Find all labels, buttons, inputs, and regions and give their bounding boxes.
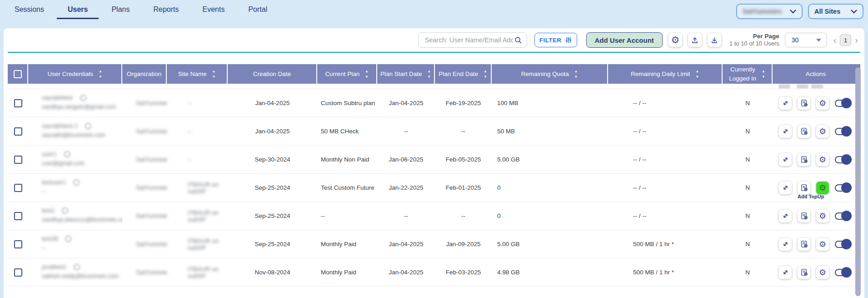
tab-plans[interactable]: Plans: [111, 5, 130, 19]
tab-users[interactable]: Users: [68, 5, 88, 19]
import-users-button[interactable]: [688, 33, 702, 47]
sort-arrows-icon[interactable]: ▲▼: [99, 70, 102, 79]
sort-arrows-icon[interactable]: ▲▼: [428, 70, 431, 79]
user-settings-button[interactable]: ⚙: [816, 266, 829, 279]
user-settings-button[interactable]: ⚙: [816, 125, 829, 138]
tab-reports[interactable]: Reports: [153, 5, 179, 19]
expand-user-button[interactable]: [779, 153, 792, 166]
expand-user-button[interactable]: [779, 210, 792, 222]
user-info-icon[interactable]: [73, 179, 80, 186]
column-header-remaining-quota[interactable]: Remaining Quota▲▼: [492, 64, 608, 84]
sort-arrows-icon[interactable]: ▲▼: [484, 70, 487, 79]
user-credentials-cell: testuser1--: [28, 174, 122, 202]
range-text: 1 to 10 of 10 Users: [729, 40, 779, 48]
partial-icon: [811, 84, 823, 89]
user-info-icon[interactable]: [65, 236, 71, 242]
plan-start-date-cell: Jan-22-2025: [377, 174, 435, 202]
column-header-site-name[interactable]: Site Name▲▼: [167, 64, 228, 84]
row-checkbox[interactable]: [14, 240, 22, 248]
row-checkbox[interactable]: [14, 127, 22, 136]
row-checkbox[interactable]: [14, 268, 22, 277]
sort-arrows-icon[interactable]: ▲▼: [696, 70, 699, 79]
enable-user-toggle[interactable]: [835, 269, 852, 276]
search-icon[interactable]: [514, 36, 522, 44]
export-users-button[interactable]: [708, 33, 721, 47]
expand-user-button[interactable]: [779, 266, 792, 279]
tab-events[interactable]: Events: [202, 5, 224, 19]
user-settings-button[interactable]: ⚙: [816, 238, 829, 251]
column-header-currently-logged-in[interactable]: CurrentlyLogged In▲▼: [723, 64, 773, 84]
user-info-icon[interactable]: [62, 207, 68, 214]
user-info-icon[interactable]: [85, 123, 91, 129]
column-label: Remaining Quota: [521, 70, 569, 79]
plan-end-date-cell: --: [435, 117, 492, 145]
site-name-cell: ITBAUR on subSP: [167, 258, 228, 286]
expand-user-button[interactable]: [779, 125, 792, 138]
sort-arrows-icon[interactable]: ▲▼: [365, 70, 368, 79]
row-checkbox[interactable]: [14, 184, 22, 192]
enable-user-toggle[interactable]: [835, 156, 852, 163]
pagination-info: Per Page 1 to 10 of 10 Users: [729, 32, 779, 48]
organization-dropdown[interactable]: SatYummies: [736, 4, 803, 19]
username-blurred: user1: [42, 151, 57, 157]
remaining-quota-cell: 5.00 GB: [492, 146, 608, 173]
row-checkbox[interactable]: [14, 156, 22, 164]
actions-cell: ⚙: [773, 117, 859, 145]
sort-arrows-icon[interactable]: ▲▼: [762, 70, 765, 79]
prev-page-button[interactable]: ‹: [833, 35, 838, 45]
table-settings-button[interactable]: ⚙: [668, 33, 682, 47]
per-page-value: 30: [792, 36, 799, 44]
expand-icon: [782, 100, 789, 106]
column-header-current-plan[interactable]: Current Plan▲▼: [317, 64, 377, 84]
user-plan-details-button[interactable]: [798, 182, 810, 194]
expand-user-button[interactable]: [779, 97, 792, 110]
enable-user-toggle[interactable]: [835, 128, 852, 135]
column-header-plan-end-date[interactable]: Plan End Date▲▼: [435, 64, 492, 84]
currently-logged-in-cell: N: [723, 258, 773, 286]
tab-portal[interactable]: Portal: [248, 5, 267, 19]
user-settings-button[interactable]: ⚙: [816, 210, 829, 222]
search-input[interactable]: [424, 36, 514, 44]
column-header-remaining-daily-limit[interactable]: Remaining Daily Limit▲▼: [608, 64, 723, 84]
current-page-indicator[interactable]: 1: [840, 34, 851, 46]
enable-user-toggle[interactable]: [835, 100, 852, 107]
expand-user-button[interactable]: [779, 238, 792, 251]
download-icon: [710, 36, 718, 44]
user-plan-details-button[interactable]: [798, 238, 810, 251]
add-topup-button[interactable]: ⚙: [816, 182, 829, 194]
user-plan-details-button[interactable]: [798, 210, 810, 222]
remaining-daily-limit-cell: -- / --: [608, 89, 723, 117]
expand-user-button[interactable]: [779, 182, 792, 194]
tab-sessions[interactable]: Sessions: [15, 5, 44, 19]
add-user-account-button[interactable]: Add User Account: [586, 32, 663, 48]
user-info-icon[interactable]: [74, 264, 80, 270]
select-all-checkbox[interactable]: [14, 70, 22, 78]
row-checkbox[interactable]: [14, 212, 22, 220]
enable-user-toggle[interactable]: [835, 241, 852, 248]
user-settings-button[interactable]: ⚙: [816, 97, 829, 110]
enable-user-toggle[interactable]: [835, 184, 852, 192]
column-label: Plan Start Date: [380, 70, 422, 79]
user-plan-details-button[interactable]: [798, 266, 810, 279]
sort-arrows-icon[interactable]: ▲▼: [212, 70, 215, 79]
plan-start-date-cell: --: [377, 202, 435, 230]
column-header-user-credentials[interactable]: User Credentials▲▼: [28, 64, 122, 84]
per-page-select[interactable]: 30: [785, 33, 827, 47]
user-info-icon[interactable]: [64, 151, 70, 157]
column-header-plan-start-date[interactable]: Plan Start Date▲▼: [377, 64, 435, 84]
all-sites-dropdown[interactable]: All Sites: [808, 4, 863, 19]
user-plan-details-button[interactable]: [798, 97, 810, 110]
enable-user-toggle[interactable]: [835, 212, 852, 220]
filter-button[interactable]: FILTER: [534, 33, 577, 47]
user-info-icon[interactable]: [80, 95, 86, 101]
partially-scrolled-row: [8, 84, 860, 89]
username-blurred: saurabhtest 2: [42, 122, 78, 129]
user-plan-details-button[interactable]: [798, 153, 810, 166]
vertical-scrollbar-thumb[interactable]: [855, 67, 861, 296]
next-page-button[interactable]: ›: [854, 35, 859, 45]
column-label: Current Plan: [325, 70, 359, 79]
row-checkbox[interactable]: [14, 99, 22, 107]
sort-arrows-icon[interactable]: ▲▼: [574, 70, 578, 79]
user-settings-button[interactable]: ⚙: [816, 153, 829, 166]
user-plan-details-button[interactable]: [798, 125, 810, 138]
